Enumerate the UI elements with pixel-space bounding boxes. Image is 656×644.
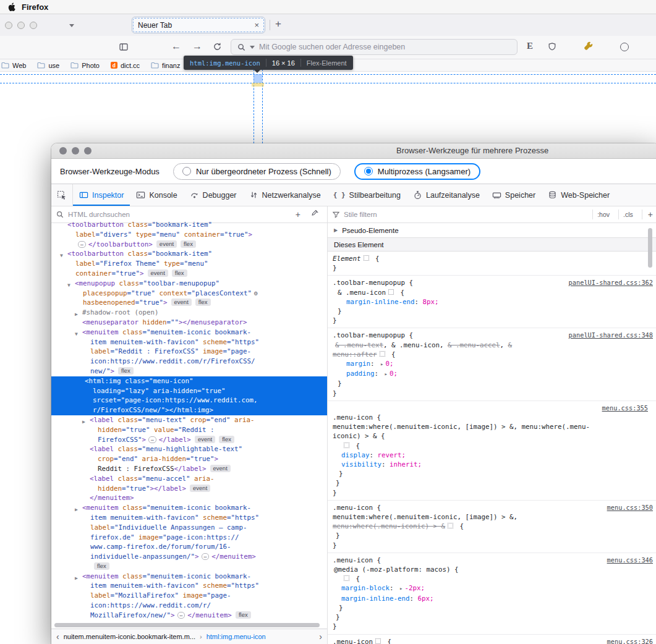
markup-line[interactable]: FirefoxCSS">…</label>eventflex	[56, 435, 327, 445]
event-badge[interactable]: event	[210, 465, 231, 472]
markup-line[interactable]: srcset="page-icon:https://www.reddit.com…	[51, 396, 327, 405]
breadcrumb-next-icon[interactable]: ›	[319, 632, 322, 642]
css-rule-line[interactable]: }	[330, 379, 654, 388]
css-rule-line[interactable]: Element {	[330, 254, 654, 263]
minimize-window-button[interactable]	[17, 22, 25, 29]
css-rule-line[interactable]: }	[330, 389, 654, 398]
markup-line[interactable]: item menuitem-with-favicon" scheme="http…	[56, 513, 327, 523]
markup-line[interactable]: new/">flex	[56, 366, 327, 376]
toggle-class-panel-button[interactable]: .cls	[618, 210, 637, 219]
markup-line[interactable]: ▶<menuitem class="menuitem-iconic bookma…	[56, 503, 327, 513]
selector-highlighter-icon[interactable]	[375, 638, 381, 644]
selector-highlighter-icon[interactable]	[344, 443, 349, 448]
css-rule-line[interactable]: menuitem:where(.menuitem-iconic, [image]…	[330, 512, 654, 522]
flex-badge[interactable]: flex	[94, 562, 109, 570]
markup-line[interactable]: individuelle-anpassungen/">…</menuitem>	[56, 552, 327, 562]
toggle-hover-pseudoclass-button[interactable]: :hov	[592, 210, 614, 219]
account-circle-icon[interactable]	[620, 43, 629, 51]
flex-badge[interactable]: flex	[219, 436, 234, 443]
forward-button[interactable]: →	[192, 41, 202, 52]
css-rule-line[interactable]: .menu-icon {	[330, 503, 654, 512]
stylesheet-link[interactable]: menu.css:346	[607, 556, 653, 565]
markup-line[interactable]: ▼<toolbarbutton class="bookmark-item"	[56, 249, 327, 259]
tab-netzwerkanalyse[interactable]: Netzwerkanalyse	[243, 184, 327, 206]
tab-stilbearbeitung[interactable]: { } Stilbearbeitung	[327, 184, 407, 206]
css-rule-line[interactable]: .menu-icon {	[330, 637, 654, 644]
markup-line[interactable]: Reddit : FirefoxCSS</label>event	[56, 464, 327, 474]
markup-line[interactable]: placespopup="true" context="placesContex…	[56, 289, 327, 299]
flex-badge[interactable]: flex	[172, 269, 187, 277]
selector-highlighter-icon[interactable]	[448, 523, 453, 528]
markup-line[interactable]: icon:https://www.reddit.com/r/	[56, 601, 327, 611]
tab-laufzeitanalyse[interactable]: Laufzeitanalyse	[407, 184, 486, 206]
mode-option-parent-process[interactable]: Nur übergeordneter Prozess (Schnell)	[173, 163, 341, 180]
breadcrumb-item[interactable]: nuitem.menuitem-iconic.bookmark-item.m..…	[64, 633, 195, 640]
inline-text-ellipsis[interactable]: …	[202, 553, 210, 560]
css-rule-line[interactable]: & .menu-text, & .menu-icon, & .menu-acce…	[330, 341, 654, 350]
active-app-name[interactable]: Firefox	[22, 2, 48, 12]
tab-list-chevron-icon[interactable]	[69, 24, 74, 27]
bookmark-item[interactable]: finanz	[151, 62, 180, 69]
toolbox-titlebar[interactable]: Browser-Werkzeuge für mehrere Prozesse	[51, 143, 656, 159]
css-rule-line[interactable]: {	[330, 574, 654, 583]
tab-speicher[interactable]: Speicher	[486, 184, 542, 206]
markup-line[interactable]: label="Individuelle Anpassungen – camp-	[56, 523, 327, 533]
search-icon[interactable]	[237, 43, 245, 51]
mode-option-multiprocess[interactable]: Multiprozess (Langsamer)	[354, 163, 480, 180]
event-badge[interactable]: event	[171, 299, 192, 306]
markup-line[interactable]: container="true">eventflex	[56, 269, 327, 279]
tab-web-speicher[interactable]: Web-Speicher	[542, 184, 616, 206]
search-engine-chevron-icon[interactable]	[250, 46, 255, 49]
devtools-wrench-icon[interactable]	[584, 41, 594, 54]
markup-line[interactable]: firefox.de" image="page-icon:https://	[56, 533, 327, 543]
apple-menu-icon[interactable]	[7, 2, 15, 12]
markup-line[interactable]: <menuseparator hidden=""></menuseparator…	[56, 318, 327, 328]
flex-badge[interactable]: flex	[236, 611, 251, 619]
inline-text-ellipsis[interactable]: …	[177, 612, 185, 619]
markup-line[interactable]: flex	[56, 562, 327, 572]
markup-line[interactable]: </menuitem>	[56, 493, 327, 503]
css-rule-line[interactable]: menu::after {	[330, 350, 654, 359]
markup-line[interactable]: hidden="true" value="Reddit :	[56, 425, 327, 435]
css-rule-line[interactable]: .menu-icon {	[330, 556, 654, 565]
css-rule-line[interactable]: }	[330, 622, 654, 631]
close-window-button[interactable]	[59, 147, 67, 155]
scrollbar-thumb[interactable]	[54, 623, 320, 627]
styles-filter[interactable]: Stile filtern :hov .cls +	[328, 206, 656, 222]
event-badge[interactable]: event	[148, 269, 168, 277]
css-rule-line[interactable]: }	[330, 603, 654, 612]
sidebar-icon[interactable]	[119, 42, 129, 54]
selector-highlighter-icon[interactable]	[388, 289, 394, 295]
css-rule-line[interactable]: visibility: inherit;	[330, 460, 654, 469]
markup-line[interactable]: ▶#shadow-root (open)	[56, 308, 327, 318]
css-rule-line[interactable]: }	[330, 541, 654, 550]
extension-icon[interactable]: E	[527, 41, 533, 51]
bookmark-item[interactable]: use	[37, 62, 59, 69]
markup-line[interactable]: label="Firefox Theme" type="menu"	[56, 259, 327, 269]
selector-highlighter-icon[interactable]	[344, 575, 349, 581]
bookmark-item[interactable]: Web	[1, 62, 26, 69]
new-tab-button[interactable]: +	[275, 18, 281, 30]
css-rule-line[interactable]: margin-inline-end: 8px;	[330, 297, 654, 307]
markup-line[interactable]: loading="lazy" aria-hidden="true"	[51, 386, 327, 396]
event-badge[interactable]: event	[190, 485, 210, 492]
breadcrumb-prev-icon[interactable]: ‹	[56, 632, 59, 642]
css-rule-line[interactable]: menuitem:where(.menuitem-iconic, [image]…	[330, 422, 654, 431]
stylesheet-link[interactable]: panelUI-shared.css:362	[569, 278, 653, 287]
markup-line[interactable]: ▶<menuitem class="menuitem-iconic bookma…	[56, 572, 327, 582]
markup-line[interactable]: <html:img class="menu-icon"	[51, 376, 327, 386]
flex-badge[interactable]: flex	[195, 299, 211, 306]
markup-line[interactable]: label="MozillaFirefox" image="page-	[56, 591, 327, 601]
tab-inspektor[interactable]: Inspektor	[73, 184, 130, 206]
markup-line[interactable]: <label class="menu-highlightable-text"	[56, 444, 327, 454]
browser-tab[interactable]: Neuer Tab ×	[132, 17, 265, 33]
markup-line[interactable]: ▼<menupopup class="toolbar-menupopup"	[56, 279, 327, 289]
stylesheet-link[interactable]: panelUI-shared.css:348	[569, 331, 653, 340]
markup-line[interactable]: ▶<label class="menu-text" crop="end" ari…	[56, 415, 327, 425]
markup-line[interactable]: hidden="true"></label>event	[56, 484, 327, 494]
tab-konsole[interactable]: Konsole	[130, 184, 183, 206]
pick-element-button[interactable]	[51, 184, 73, 206]
flex-badge[interactable]: flex	[181, 240, 196, 248]
event-badge[interactable]: event	[195, 436, 215, 443]
bookmark-item[interactable]: d dict.cc	[111, 62, 140, 69]
